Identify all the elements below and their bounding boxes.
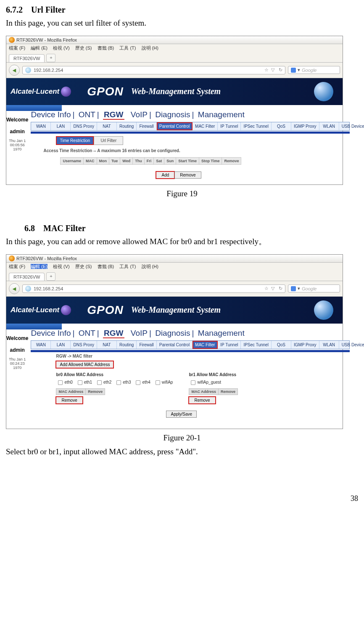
google-icon	[291, 68, 296, 73]
sub-igmp-proxy[interactable]: IGMP Proxy	[291, 341, 319, 349]
brand-orb-icon	[61, 305, 71, 315]
chk-wifiap-guest[interactable]	[191, 380, 195, 385]
sub-routing[interactable]: Routing	[117, 122, 137, 130]
brand-banner: Alcatel·Lucent GPON Web-Management Syste…	[6, 297, 343, 324]
address-toolbar: ◄ 192.168.2.254 ☆ ▽ ↻ ▾ Google	[6, 63, 343, 78]
sub-routing[interactable]: Routing	[117, 341, 137, 349]
chk-eth0[interactable]	[58, 380, 63, 385]
chk-eth3[interactable]	[116, 380, 121, 385]
tab-device-info[interactable]: Device Info	[31, 329, 71, 337]
add-button[interactable]: Add	[156, 171, 174, 179]
tab-management[interactable]: Management	[198, 110, 245, 119]
ter-url-filter[interactable]: Url Filter	[94, 136, 123, 145]
tab-diagnosis[interactable]: Diagnosis	[155, 329, 190, 337]
browser-tab[interactable]: RTF3026VW	[9, 273, 45, 281]
figure-19-caption: Figure 19	[6, 189, 358, 198]
sub-wlan[interactable]: WLAN	[319, 122, 339, 130]
tab-rgw[interactable]: RGW	[103, 110, 124, 120]
sub-ip-tunnel[interactable]: IP Tunnel	[218, 122, 241, 130]
window-title: RTF3026VW - Mozilla Firefox	[16, 37, 77, 42]
sub-usb-device[interactable]: USB Device	[339, 122, 364, 130]
dropdown-icon[interactable]: ▽	[271, 286, 274, 291]
sub-wan[interactable]: WAN	[31, 341, 51, 349]
remove-button[interactable]: Remove	[174, 171, 201, 179]
br0-table: MAC AddressRemove	[56, 388, 105, 395]
chk-wifiap[interactable]	[156, 380, 160, 385]
new-tab-button[interactable]: +	[46, 272, 55, 281]
top-nav-tabs: Device Info| ONT| RGW VoIP| Diagnosis| M…	[28, 108, 352, 122]
after-fig20: Select br0 or br1, input allowed MAC add…	[6, 447, 358, 457]
browser-search[interactable]: ▾ Google	[288, 66, 340, 74]
tab-management[interactable]: Management	[198, 329, 245, 337]
sub-nat[interactable]: NAT	[97, 341, 117, 349]
br0-section: br0 Allow MAC Address eth0 eth1 eth2 eth…	[56, 372, 174, 404]
browser-tab[interactable]: RTF3026VW	[9, 54, 45, 62]
sub-mac-filter[interactable]: MAC Filter	[193, 341, 218, 349]
sub-nat[interactable]: NAT	[97, 122, 117, 130]
sub-wan[interactable]: WAN	[31, 122, 51, 130]
sub-firewall[interactable]: Firewall	[137, 122, 156, 130]
sub-lan[interactable]: LAN	[51, 122, 71, 130]
bookmark-icon[interactable]: ☆	[264, 67, 269, 73]
url-text: 192.168.2.254	[34, 286, 63, 291]
tab-ont[interactable]: ONT	[79, 329, 95, 337]
sub-lan[interactable]: LAN	[51, 341, 71, 349]
tab-strip: RTF3026VW +	[6, 52, 343, 63]
sub-ip-tunnel[interactable]: IP Tunnel	[218, 341, 241, 349]
tab-ont[interactable]: ONT	[79, 110, 95, 119]
timestamp: Thu Jan 1 00:24:23 1970	[6, 357, 28, 370]
browser-menubar[interactable]: 檔案 (F) 編輯 (E) 檢視 (V) 歷史 (S) 書籤 (B) 工具 (T…	[6, 44, 343, 52]
page-number: 38	[6, 494, 358, 503]
sub-mac-filter[interactable]: MAC Filter	[193, 122, 218, 130]
chk-eth4[interactable]	[136, 380, 140, 385]
add-allowed-mac-button[interactable]: Add Allowed MAC Address	[56, 361, 113, 368]
dropdown-icon[interactable]: ▽	[271, 67, 274, 73]
chk-eth1[interactable]	[78, 380, 82, 385]
firefox-icon	[9, 37, 15, 43]
sub-ipsec-tunnel[interactable]: IPSec Tunnel	[241, 341, 271, 349]
sub-igmp-proxy[interactable]: IGMP Proxy	[291, 122, 319, 130]
address-bar[interactable]: 192.168.2.254 ☆ ▽ ↻	[22, 284, 285, 293]
side-blue-strip	[6, 324, 62, 329]
brand-alu: Alcatel·Lucent	[11, 306, 59, 314]
sub-firewall[interactable]: Firewall	[137, 341, 156, 349]
tab-diagnosis[interactable]: Diagnosis	[155, 110, 190, 119]
sub-dns-proxy[interactable]: DNS Proxy	[71, 122, 97, 130]
browser-menubar[interactable]: 檔案 (F) 編輯 (E) 檢視 (V) 歷史 (S) 書籤 (B) 工具 (T…	[6, 263, 343, 271]
back-button[interactable]: ◄	[9, 283, 20, 294]
tab-voip[interactable]: VoIP	[131, 329, 148, 337]
tab-device-info[interactable]: Device Info	[31, 110, 71, 119]
username-label: admin	[6, 347, 28, 353]
new-tab-button[interactable]: +	[46, 54, 55, 62]
sub-wlan[interactable]: WLAN	[319, 341, 339, 349]
username-label: admin	[6, 129, 28, 134]
left-user-panel: Welcome admin Thu Jan 1 00:05:56 1970	[6, 105, 28, 184]
browser-search[interactable]: ▾ Google	[288, 284, 340, 292]
reload-icon[interactable]: ↻	[279, 286, 282, 291]
reload-icon[interactable]: ↻	[279, 67, 282, 73]
sub-parental-control[interactable]: Parental Control	[157, 341, 193, 349]
ter-time-restriction[interactable]: Time Restriction	[56, 136, 94, 145]
sub-usb-device[interactable]: USB Device	[339, 341, 364, 349]
brand-gpon: GPON	[87, 85, 123, 98]
br1-remove-button[interactable]: Remove	[189, 397, 215, 404]
apply-save-button[interactable]: Apply/Save	[166, 411, 197, 418]
google-icon	[291, 286, 296, 291]
sub-dns-proxy[interactable]: DNS Proxy	[71, 341, 97, 349]
address-toolbar: ◄ 192.168.2.254 ☆ ▽ ↻ ▾ Google	[6, 281, 343, 297]
intro-68: In this page, you can add or remove allo…	[6, 237, 358, 247]
sub-ipsec-tunnel[interactable]: IPSec Tunnel	[241, 122, 271, 130]
sub-parental-control[interactable]: Parental Control	[157, 122, 193, 130]
time-restriction-table: Username MAC Mon Tue Wed Thu Fri Sat Sun…	[60, 157, 241, 165]
bookmark-icon[interactable]: ☆	[264, 286, 269, 291]
sub-qos[interactable]: QoS	[272, 341, 291, 349]
tab-voip[interactable]: VoIP	[131, 110, 148, 119]
br0-remove-button[interactable]: Remove	[56, 397, 82, 404]
brand-banner: Alcatel·Lucent GPON Web-Management Syste…	[6, 78, 343, 105]
sub-qos[interactable]: QoS	[272, 122, 291, 130]
brand-orb-icon	[61, 87, 71, 97]
tab-rgw[interactable]: RGW	[103, 329, 124, 338]
address-bar[interactable]: 192.168.2.254 ☆ ▽ ↻	[22, 66, 285, 74]
back-button[interactable]: ◄	[9, 65, 20, 76]
chk-eth2[interactable]	[97, 380, 102, 385]
